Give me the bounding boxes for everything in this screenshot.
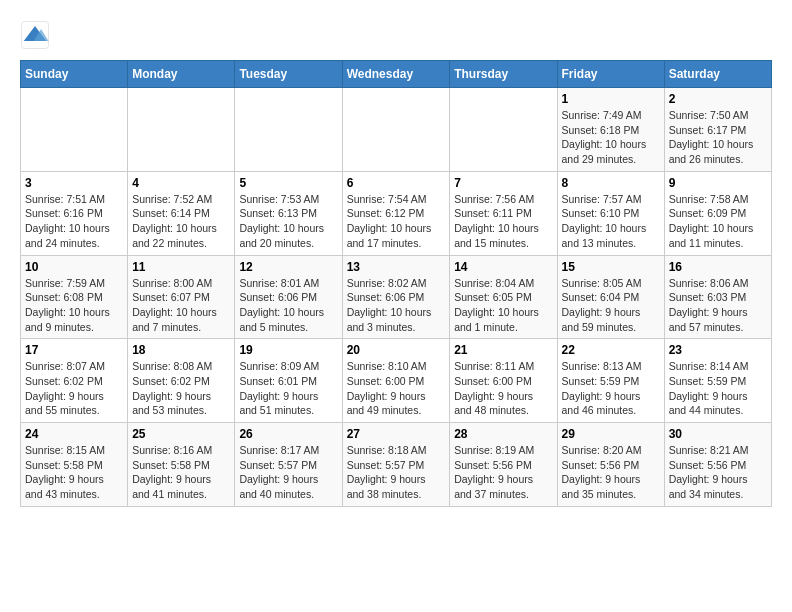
calendar-cell: 14Sunrise: 8:04 AMSunset: 6:05 PMDayligh… bbox=[450, 255, 557, 339]
day-number: 24 bbox=[25, 427, 123, 441]
calendar-day-header: Monday bbox=[128, 61, 235, 88]
day-number: 11 bbox=[132, 260, 230, 274]
day-number: 5 bbox=[239, 176, 337, 190]
day-info: Sunrise: 8:00 AMSunset: 6:07 PMDaylight:… bbox=[132, 276, 230, 335]
day-info: Sunrise: 7:59 AMSunset: 6:08 PMDaylight:… bbox=[25, 276, 123, 335]
calendar-cell: 21Sunrise: 8:11 AMSunset: 6:00 PMDayligh… bbox=[450, 339, 557, 423]
day-number: 2 bbox=[669, 92, 767, 106]
day-number: 10 bbox=[25, 260, 123, 274]
calendar-cell: 16Sunrise: 8:06 AMSunset: 6:03 PMDayligh… bbox=[664, 255, 771, 339]
day-number: 4 bbox=[132, 176, 230, 190]
calendar-day-header: Thursday bbox=[450, 61, 557, 88]
calendar-cell: 20Sunrise: 8:10 AMSunset: 6:00 PMDayligh… bbox=[342, 339, 450, 423]
calendar-week-row: 1Sunrise: 7:49 AMSunset: 6:18 PMDaylight… bbox=[21, 88, 772, 172]
calendar-cell: 24Sunrise: 8:15 AMSunset: 5:58 PMDayligh… bbox=[21, 423, 128, 507]
calendar-cell bbox=[450, 88, 557, 172]
calendar-day-header: Sunday bbox=[21, 61, 128, 88]
calendar-week-row: 10Sunrise: 7:59 AMSunset: 6:08 PMDayligh… bbox=[21, 255, 772, 339]
day-info: Sunrise: 7:58 AMSunset: 6:09 PMDaylight:… bbox=[669, 192, 767, 251]
day-info: Sunrise: 7:56 AMSunset: 6:11 PMDaylight:… bbox=[454, 192, 552, 251]
day-info: Sunrise: 8:02 AMSunset: 6:06 PMDaylight:… bbox=[347, 276, 446, 335]
calendar-cell: 7Sunrise: 7:56 AMSunset: 6:11 PMDaylight… bbox=[450, 171, 557, 255]
calendar-day-header: Wednesday bbox=[342, 61, 450, 88]
day-number: 18 bbox=[132, 343, 230, 357]
day-number: 30 bbox=[669, 427, 767, 441]
page-header bbox=[20, 20, 772, 50]
day-number: 15 bbox=[562, 260, 660, 274]
calendar-cell: 6Sunrise: 7:54 AMSunset: 6:12 PMDaylight… bbox=[342, 171, 450, 255]
day-number: 16 bbox=[669, 260, 767, 274]
calendar-cell: 1Sunrise: 7:49 AMSunset: 6:18 PMDaylight… bbox=[557, 88, 664, 172]
calendar-cell: 11Sunrise: 8:00 AMSunset: 6:07 PMDayligh… bbox=[128, 255, 235, 339]
calendar-cell: 27Sunrise: 8:18 AMSunset: 5:57 PMDayligh… bbox=[342, 423, 450, 507]
day-info: Sunrise: 8:07 AMSunset: 6:02 PMDaylight:… bbox=[25, 359, 123, 418]
calendar-week-row: 24Sunrise: 8:15 AMSunset: 5:58 PMDayligh… bbox=[21, 423, 772, 507]
day-number: 26 bbox=[239, 427, 337, 441]
day-number: 12 bbox=[239, 260, 337, 274]
day-info: Sunrise: 7:49 AMSunset: 6:18 PMDaylight:… bbox=[562, 108, 660, 167]
day-info: Sunrise: 8:13 AMSunset: 5:59 PMDaylight:… bbox=[562, 359, 660, 418]
day-number: 7 bbox=[454, 176, 552, 190]
day-info: Sunrise: 8:18 AMSunset: 5:57 PMDaylight:… bbox=[347, 443, 446, 502]
day-info: Sunrise: 8:08 AMSunset: 6:02 PMDaylight:… bbox=[132, 359, 230, 418]
calendar-body: 1Sunrise: 7:49 AMSunset: 6:18 PMDaylight… bbox=[21, 88, 772, 507]
calendar-cell: 17Sunrise: 8:07 AMSunset: 6:02 PMDayligh… bbox=[21, 339, 128, 423]
day-number: 22 bbox=[562, 343, 660, 357]
day-number: 13 bbox=[347, 260, 446, 274]
calendar-cell: 5Sunrise: 7:53 AMSunset: 6:13 PMDaylight… bbox=[235, 171, 342, 255]
day-number: 29 bbox=[562, 427, 660, 441]
calendar-cell: 29Sunrise: 8:20 AMSunset: 5:56 PMDayligh… bbox=[557, 423, 664, 507]
calendar-cell: 26Sunrise: 8:17 AMSunset: 5:57 PMDayligh… bbox=[235, 423, 342, 507]
day-info: Sunrise: 8:16 AMSunset: 5:58 PMDaylight:… bbox=[132, 443, 230, 502]
day-info: Sunrise: 8:17 AMSunset: 5:57 PMDaylight:… bbox=[239, 443, 337, 502]
day-number: 17 bbox=[25, 343, 123, 357]
day-number: 20 bbox=[347, 343, 446, 357]
day-number: 6 bbox=[347, 176, 446, 190]
calendar-day-header: Tuesday bbox=[235, 61, 342, 88]
day-number: 3 bbox=[25, 176, 123, 190]
day-number: 19 bbox=[239, 343, 337, 357]
day-info: Sunrise: 7:57 AMSunset: 6:10 PMDaylight:… bbox=[562, 192, 660, 251]
day-info: Sunrise: 8:14 AMSunset: 5:59 PMDaylight:… bbox=[669, 359, 767, 418]
calendar-cell: 15Sunrise: 8:05 AMSunset: 6:04 PMDayligh… bbox=[557, 255, 664, 339]
day-number: 14 bbox=[454, 260, 552, 274]
calendar-cell: 4Sunrise: 7:52 AMSunset: 6:14 PMDaylight… bbox=[128, 171, 235, 255]
day-info: Sunrise: 7:52 AMSunset: 6:14 PMDaylight:… bbox=[132, 192, 230, 251]
calendar-cell: 19Sunrise: 8:09 AMSunset: 6:01 PMDayligh… bbox=[235, 339, 342, 423]
day-info: Sunrise: 7:54 AMSunset: 6:12 PMDaylight:… bbox=[347, 192, 446, 251]
calendar-table: SundayMondayTuesdayWednesdayThursdayFrid… bbox=[20, 60, 772, 507]
calendar-cell: 12Sunrise: 8:01 AMSunset: 6:06 PMDayligh… bbox=[235, 255, 342, 339]
calendar-cell: 23Sunrise: 8:14 AMSunset: 5:59 PMDayligh… bbox=[664, 339, 771, 423]
day-info: Sunrise: 8:01 AMSunset: 6:06 PMDaylight:… bbox=[239, 276, 337, 335]
calendar-cell: 8Sunrise: 7:57 AMSunset: 6:10 PMDaylight… bbox=[557, 171, 664, 255]
day-info: Sunrise: 8:21 AMSunset: 5:56 PMDaylight:… bbox=[669, 443, 767, 502]
day-number: 23 bbox=[669, 343, 767, 357]
calendar-cell: 28Sunrise: 8:19 AMSunset: 5:56 PMDayligh… bbox=[450, 423, 557, 507]
calendar-cell: 3Sunrise: 7:51 AMSunset: 6:16 PMDaylight… bbox=[21, 171, 128, 255]
day-number: 21 bbox=[454, 343, 552, 357]
day-info: Sunrise: 7:50 AMSunset: 6:17 PMDaylight:… bbox=[669, 108, 767, 167]
day-info: Sunrise: 8:10 AMSunset: 6:00 PMDaylight:… bbox=[347, 359, 446, 418]
calendar-day-header: Friday bbox=[557, 61, 664, 88]
day-info: Sunrise: 8:20 AMSunset: 5:56 PMDaylight:… bbox=[562, 443, 660, 502]
calendar-cell bbox=[128, 88, 235, 172]
calendar-week-row: 3Sunrise: 7:51 AMSunset: 6:16 PMDaylight… bbox=[21, 171, 772, 255]
calendar-day-header: Saturday bbox=[664, 61, 771, 88]
calendar-cell: 13Sunrise: 8:02 AMSunset: 6:06 PMDayligh… bbox=[342, 255, 450, 339]
day-number: 27 bbox=[347, 427, 446, 441]
logo-icon bbox=[20, 20, 50, 50]
calendar-cell: 9Sunrise: 7:58 AMSunset: 6:09 PMDaylight… bbox=[664, 171, 771, 255]
calendar-cell: 22Sunrise: 8:13 AMSunset: 5:59 PMDayligh… bbox=[557, 339, 664, 423]
day-info: Sunrise: 8:04 AMSunset: 6:05 PMDaylight:… bbox=[454, 276, 552, 335]
calendar-cell bbox=[21, 88, 128, 172]
calendar-cell bbox=[342, 88, 450, 172]
calendar-cell: 2Sunrise: 7:50 AMSunset: 6:17 PMDaylight… bbox=[664, 88, 771, 172]
day-number: 25 bbox=[132, 427, 230, 441]
day-info: Sunrise: 8:09 AMSunset: 6:01 PMDaylight:… bbox=[239, 359, 337, 418]
logo bbox=[20, 20, 54, 50]
calendar-cell: 25Sunrise: 8:16 AMSunset: 5:58 PMDayligh… bbox=[128, 423, 235, 507]
calendar-header-row: SundayMondayTuesdayWednesdayThursdayFrid… bbox=[21, 61, 772, 88]
day-info: Sunrise: 8:15 AMSunset: 5:58 PMDaylight:… bbox=[25, 443, 123, 502]
day-number: 8 bbox=[562, 176, 660, 190]
day-number: 9 bbox=[669, 176, 767, 190]
